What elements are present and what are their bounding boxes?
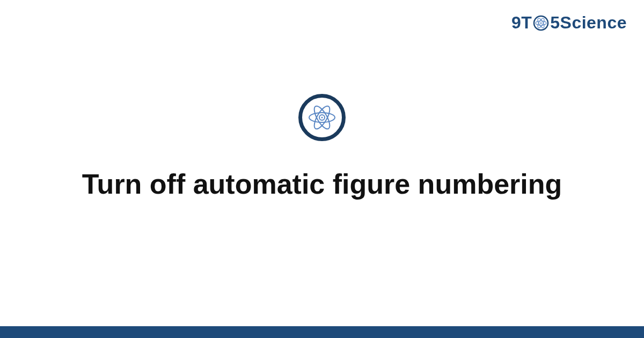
svg-point-9	[321, 116, 323, 118]
main-content: Turn off automatic figure numbering	[0, 0, 644, 338]
footer-accent-bar	[0, 326, 644, 338]
page-title: Turn off automatic figure numbering	[82, 167, 562, 202]
atom-icon-large	[298, 94, 346, 141]
